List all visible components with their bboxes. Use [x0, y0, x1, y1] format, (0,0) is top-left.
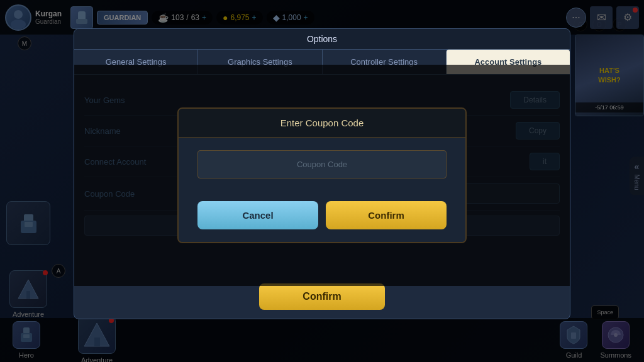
- options-panel: Options General Settings Graphics Settin…: [74, 28, 570, 319]
- options-title: Options: [74, 29, 570, 50]
- coupon-dialog-input[interactable]: [197, 150, 447, 178]
- modal-overlay: Options General Settings Graphics Settin…: [0, 0, 644, 362]
- coupon-confirm-button[interactable]: Confirm: [326, 201, 447, 229]
- coupon-dialog: Enter Coupon Code Cancel Confirm: [177, 107, 467, 243]
- coupon-dialog-buttons: Cancel Confirm: [179, 191, 465, 242]
- cancel-button[interactable]: Cancel: [197, 201, 318, 229]
- coupon-dialog-overlay: Enter Coupon Code Cancel Confirm: [74, 65, 570, 286]
- coupon-dialog-title: Enter Coupon Code: [179, 109, 465, 138]
- coupon-dialog-body: [179, 138, 465, 191]
- settings-confirm-button[interactable]: Confirm: [259, 283, 385, 310]
- options-content: Your Gems Details Nickname 58 Copy Conne…: [74, 75, 570, 276]
